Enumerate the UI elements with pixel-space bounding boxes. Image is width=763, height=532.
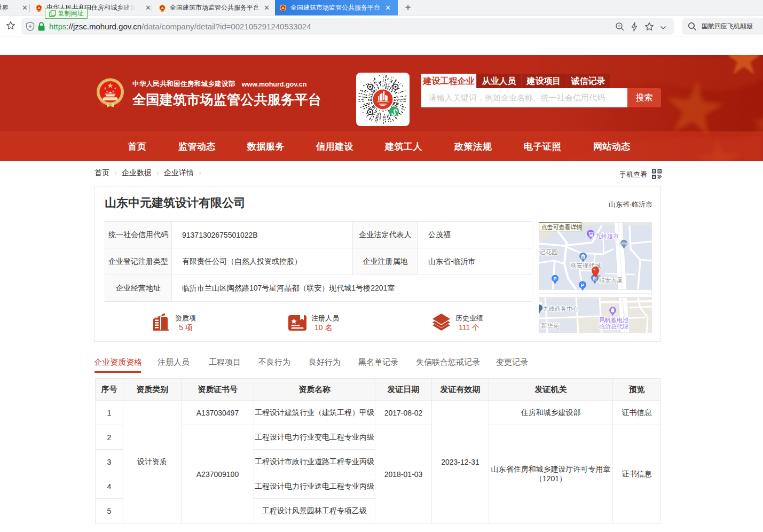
- svg-text:九州超市: 九州超市: [595, 233, 619, 239]
- svg-text:新华苑: 新华苑: [541, 323, 560, 329]
- svg-text:P: P: [581, 282, 585, 288]
- svg-text:临沂总代理: 临沂总代理: [599, 323, 628, 330]
- svg-text:风帆蓄电池: 风帆蓄电池: [599, 317, 628, 323]
- svg-text:记花园: 记花园: [539, 248, 558, 256]
- svg-text:九峰商务中心: 九峰商务中心: [543, 306, 578, 312]
- svg-text:联安大厦: 联安大厦: [599, 277, 623, 283]
- svg-text:ATM: ATM: [621, 242, 626, 245]
- svg-text:P: P: [553, 276, 556, 281]
- svg-text:点击可查看详情: 点击可查看详情: [541, 224, 583, 230]
